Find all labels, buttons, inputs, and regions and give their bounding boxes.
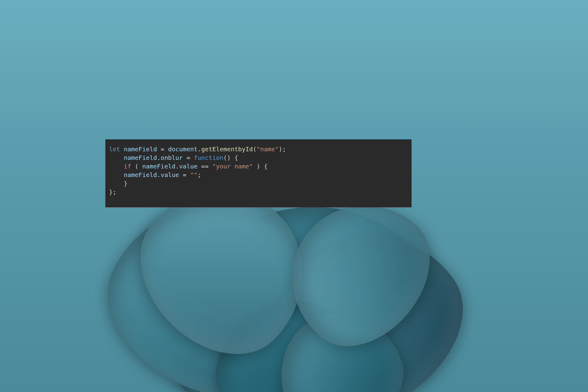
code-token: let: [109, 145, 120, 153]
code-line[interactable]: nameField.onblur = function() {: [109, 153, 408, 162]
code-line[interactable]: nameField.value = "";: [109, 171, 408, 179]
code-token: ;: [282, 145, 286, 153]
code-token: };: [109, 188, 116, 196]
code-token: nameField: [124, 145, 157, 153]
code-token: () {: [223, 154, 238, 161]
code-token: =: [157, 145, 168, 153]
code-token: "name": [257, 145, 279, 153]
code-token: ) {: [253, 163, 268, 170]
code-token: .: [198, 145, 201, 153]
code-token: ==: [198, 163, 212, 170]
code-token: nameField: [124, 171, 157, 179]
code-token: =: [183, 154, 194, 161]
code-token: "": [190, 171, 198, 179]
code-token: .: [157, 154, 161, 161]
code-token: value: [161, 171, 179, 179]
code-token: ): [279, 145, 282, 153]
code-line[interactable]: let nameField = document.getElementbyId(…: [109, 145, 408, 153]
code-token: (: [131, 163, 142, 170]
code-token: getElementbyId: [201, 145, 253, 153]
code-token: ;: [198, 171, 201, 179]
code-token: "your name": [212, 163, 253, 170]
code-line[interactable]: };: [109, 188, 408, 196]
code-token: onblur: [161, 154, 183, 161]
code-token: }: [124, 180, 127, 187]
code-token: =: [179, 171, 190, 179]
code-token: .: [157, 171, 161, 179]
code-token: document: [168, 145, 198, 153]
code-token: [120, 145, 124, 153]
code-token: .: [175, 163, 179, 170]
code-token: value: [179, 163, 198, 170]
code-token: if: [124, 163, 131, 170]
code-line[interactable]: if ( nameField.value == "your name" ) {: [109, 162, 408, 171]
code-token: (: [253, 145, 257, 153]
code-token: nameField: [142, 163, 175, 170]
code-token: nameField: [124, 154, 157, 161]
code-editor-panel[interactable]: let nameField = document.getElementbyId(…: [105, 139, 412, 207]
code-line[interactable]: }: [109, 179, 408, 188]
code-content[interactable]: let nameField = document.getElementbyId(…: [109, 145, 408, 196]
code-token: function: [194, 154, 223, 161]
